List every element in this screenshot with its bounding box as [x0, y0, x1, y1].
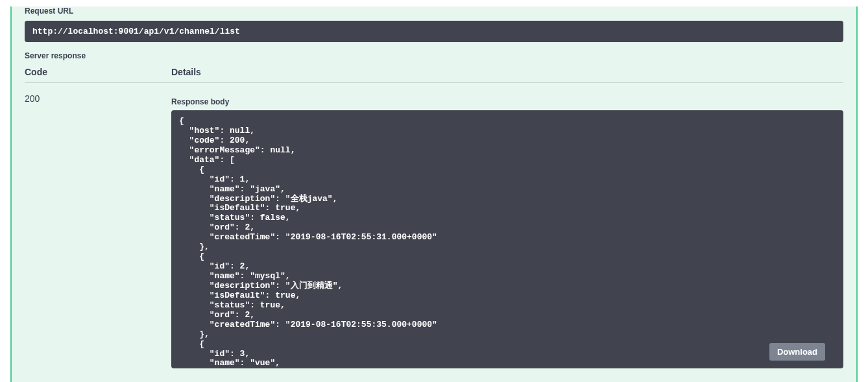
request-url-value: http://localhost:9001/api/v1/channel/lis… — [25, 21, 843, 42]
response-code: 200 — [25, 92, 171, 368]
response-body-container: { "host": null, "code": 200, "errorMessa… — [171, 110, 843, 368]
download-button[interactable]: Download — [769, 343, 825, 361]
response-table-row: 200 Response body { "host": null, "code"… — [25, 92, 843, 368]
details-column-header: Details — [171, 67, 843, 77]
swagger-response-panel: Request URL http://localhost:9001/api/v1… — [10, 6, 858, 382]
response-table-header: Code Details — [25, 67, 843, 83]
response-details: Response body { "host": null, "code": 20… — [171, 92, 843, 368]
response-body-content[interactable]: { "host": null, "code": 200, "errorMessa… — [171, 110, 843, 368]
response-body-label: Response body — [171, 97, 843, 106]
code-column-header: Code — [25, 67, 171, 77]
request-url-label: Request URL — [25, 6, 843, 16]
server-response-label: Server response — [25, 51, 843, 60]
